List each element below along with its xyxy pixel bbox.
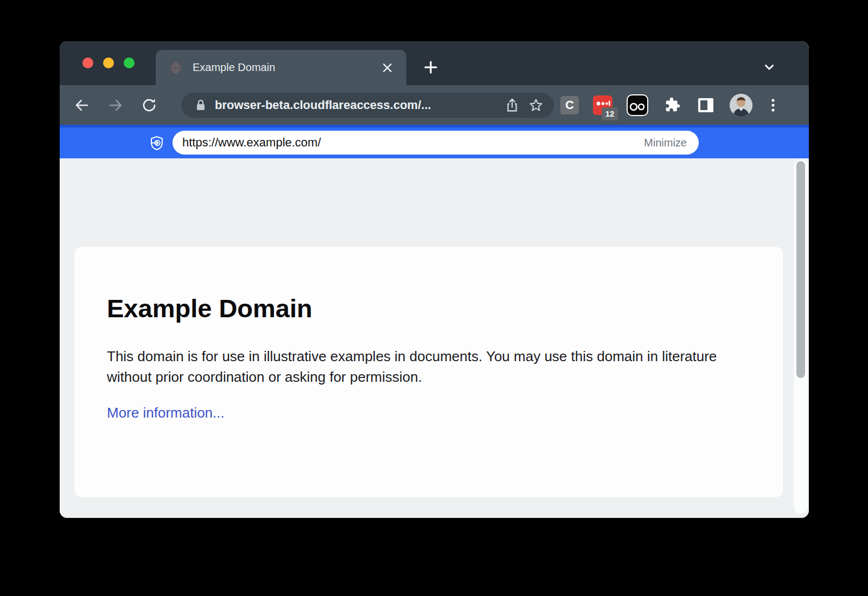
- reload-button[interactable]: [141, 97, 157, 113]
- tab-example-domain[interactable]: Example Domain: [156, 50, 406, 85]
- tab-favicon-globe-icon: [169, 61, 183, 75]
- extension-goggles-button[interactable]: [627, 94, 648, 116]
- isolation-shield-icon: [149, 135, 165, 151]
- tab-close-button[interactable]: [379, 60, 395, 76]
- address-bar[interactable]: browser-beta.cloudflareaccess.com/...: [181, 93, 554, 118]
- isolation-url-input[interactable]: [182, 136, 644, 150]
- profile-avatar[interactable]: [730, 94, 752, 117]
- browser-toolbar: browser-beta.cloudflareaccess.com/... C: [60, 85, 809, 125]
- page-paragraph: This domain is for use in illustrative e…: [74, 346, 736, 387]
- forward-button[interactable]: [107, 97, 124, 113]
- address-bar-url: browser-beta.cloudflareaccess.com/...: [215, 98, 496, 112]
- page-viewport: Example Domain This domain is for use in…: [60, 158, 809, 518]
- side-panel-icon[interactable]: [696, 95, 716, 115]
- traffic-light-zoom-button[interactable]: [124, 57, 135, 68]
- tab-bar: Example Domain: [60, 41, 809, 85]
- page-heading: Example Domain: [74, 293, 783, 323]
- isolation-minimize-button[interactable]: Minimize: [644, 137, 687, 149]
- isolation-bar: Minimize: [60, 125, 809, 158]
- scrollbar-thumb[interactable]: [796, 161, 805, 378]
- extension-c-label: C: [565, 98, 574, 112]
- traffic-light-close-button[interactable]: [82, 57, 93, 68]
- more-information-link[interactable]: More information...: [107, 405, 225, 421]
- extension-badge-count: 12: [602, 107, 618, 120]
- extensions-row: C 12: [560, 94, 780, 117]
- bookmark-star-icon[interactable]: [528, 97, 544, 113]
- browser-window: Example Domain: [60, 41, 809, 518]
- tab-title: Example Domain: [193, 61, 379, 74]
- back-button[interactable]: [74, 97, 90, 113]
- traffic-light-minimize-button[interactable]: [103, 57, 114, 68]
- lock-icon: [194, 99, 207, 112]
- extensions-puzzle-icon[interactable]: [662, 95, 682, 115]
- extension-red-dots-button[interactable]: 12: [593, 95, 612, 115]
- example-domain-card: Example Domain This domain is for use in…: [74, 247, 783, 497]
- scrollbar-track[interactable]: [794, 159, 808, 514]
- browser-menu-kebab-icon[interactable]: [767, 95, 780, 115]
- tab-search-chevron-down-icon[interactable]: [762, 60, 777, 75]
- isolation-url-pill: Minimize: [173, 131, 699, 155]
- share-icon[interactable]: [504, 97, 520, 113]
- new-tab-button[interactable]: [421, 57, 441, 77]
- extension-c-button[interactable]: C: [560, 96, 579, 114]
